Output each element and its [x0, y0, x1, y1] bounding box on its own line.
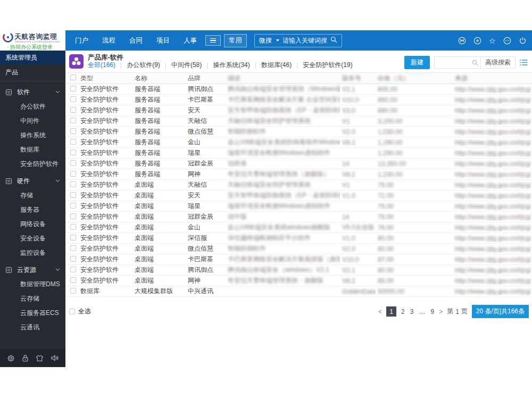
global-search-input[interactable]: 请输入关键词搜: [282, 36, 327, 45]
row-checkbox[interactable]: [70, 288, 76, 294]
shirt-icon[interactable]: [36, 355, 44, 362]
gear-icon[interactable]: [7, 354, 15, 362]
table-row[interactable]: 安全防护软件桌面端腾讯御点腾讯御点终端安全（windows）V2.1V2.180…: [65, 265, 532, 276]
row-checkbox[interactable]: [70, 96, 76, 102]
message-icon[interactable]: e: [473, 37, 481, 45]
row-checkbox[interactable]: [70, 128, 76, 134]
table-row[interactable]: 安全防护软件服务器端安天安天智甲终端防御系统（EP・桌面防病毒版）V3.0880…: [65, 105, 532, 116]
row-checkbox[interactable]: [70, 139, 76, 145]
table-row[interactable]: 安全防护软件桌面端深信服深信服终端检测响应平台软件V1.080.00http:/…: [65, 233, 532, 244]
sidebar-item[interactable]: 数据管理DMS: [0, 277, 65, 292]
sidebar-item[interactable]: 云服务器ECS: [0, 306, 65, 320]
nav-item[interactable]: 流程: [102, 36, 115, 45]
quick-access-tab[interactable]: 常用: [224, 34, 247, 47]
row-checkbox[interactable]: [70, 149, 76, 155]
category-tab[interactable]: 中间件(58): [171, 61, 202, 70]
page-size-badge[interactable]: 20 条/页|共166条: [472, 305, 529, 318]
filter-search-input[interactable]: [435, 57, 470, 68]
row-checkbox[interactable]: [70, 171, 76, 177]
sidebar-item[interactable]: 云通讯: [0, 320, 65, 335]
menu-grid-button[interactable]: [205, 35, 221, 46]
header-checkbox[interactable]: [70, 74, 76, 80]
row-checkbox[interactable]: [70, 256, 76, 262]
category-tab[interactable]: 办公软件(9): [127, 61, 160, 70]
next-page-button[interactable]: >: [439, 308, 443, 315]
row-checkbox[interactable]: [70, 192, 76, 198]
pagination-page[interactable]: 1: [386, 306, 396, 317]
table-row[interactable]: 安全防护软件桌面端瑞星瑞星环境安全检测Windows虚拟组件75.00http:…: [65, 201, 532, 212]
nav-item[interactable]: 门户: [75, 36, 88, 45]
row-checkbox[interactable]: [70, 118, 76, 123]
sidebar-item[interactable]: 存储: [0, 188, 65, 203]
m-app-icon[interactable]: [458, 37, 466, 45]
row-checkbox[interactable]: [70, 213, 76, 219]
filter-search-icon[interactable]: [470, 60, 480, 66]
pagination-page[interactable]: 2: [401, 308, 405, 315]
category-tab[interactable]: 操作系统(34): [213, 61, 250, 70]
table-row[interactable]: 安全防护软件桌面端金山金山V8终端安全系统windows旗舰版V6.0企业版76…: [65, 222, 532, 233]
select-all-control[interactable]: 全选: [69, 307, 91, 316]
search-icon[interactable]: [330, 36, 337, 45]
row-checkbox[interactable]: [70, 267, 76, 272]
sidebar-section[interactable]: 软件: [0, 85, 65, 99]
list-view-icon[interactable]: [520, 59, 528, 66]
category-tab[interactable]: 安全防护软件(19): [303, 61, 352, 70]
sidebar-item[interactable]: 数据库: [0, 143, 65, 157]
sidebar-item[interactable]: 安全防护软件: [0, 157, 65, 171]
table-row[interactable]: 安全防护软件服务器端天融信天融信终端安全防护管理系统V13,200.00http…: [65, 116, 532, 127]
row-checkbox[interactable]: [70, 181, 76, 187]
sidebar-item[interactable]: 云存储: [0, 292, 65, 306]
row-checkbox[interactable]: [70, 107, 76, 113]
row-checkbox[interactable]: [70, 245, 76, 251]
power-logout-icon[interactable]: [519, 37, 527, 45]
sidebar-item[interactable]: 监控设备: [0, 246, 65, 260]
favorites-star-icon[interactable]: ☆: [489, 37, 496, 45]
sidebar-item[interactable]: 安全设备: [0, 231, 65, 246]
table-row[interactable]: 安全防护软件服务器端腾讯御点腾讯御点终端安全管理系统（Windows版）V2.1…: [65, 84, 532, 95]
row-checkbox[interactable]: [70, 277, 76, 283]
new-button[interactable]: 新建: [404, 56, 430, 69]
table-row[interactable]: 安全防护软件服务器端金山金山V8终端安全系统防病毒组件Windows网络版V8.…: [65, 137, 532, 148]
nav-item[interactable]: 项目: [156, 36, 170, 45]
speaker-icon[interactable]: [51, 354, 59, 362]
sidebar-item[interactable]: 服务器: [0, 203, 65, 217]
more-options-icon[interactable]: [503, 37, 511, 45]
jump-page-input[interactable]: 1: [455, 308, 459, 315]
row-checkbox[interactable]: [70, 224, 76, 230]
pagination-page[interactable]: 9: [430, 308, 435, 315]
nav-item[interactable]: 合同: [129, 36, 143, 45]
lock-icon[interactable]: [22, 354, 29, 362]
category-tab[interactable]: 数据库(46): [261, 61, 292, 70]
table-row[interactable]: 安全防护软件桌面端卡巴斯基卡巴斯基网络安全解决方案高级版（典型・KS…V10.0…: [65, 254, 532, 265]
row-checkbox[interactable]: [70, 86, 76, 92]
search-scope-dropdown[interactable]: 微搜: [259, 36, 272, 45]
table-row[interactable]: 安全防护软件服务器端瑞星瑞星环境安全检测Windows虚拟组件1,290.00h…: [65, 148, 532, 159]
sidebar-section[interactable]: 云资源: [0, 262, 65, 277]
pagination-page[interactable]: 3: [410, 308, 414, 315]
sidebar-item[interactable]: 网络设备: [0, 217, 65, 231]
table-row[interactable]: 安全防护软件服务器端冠群金辰冠群盾1413,350.00http://www.z…: [65, 159, 532, 169]
table-row[interactable]: 安全防护软件桌面端微点佰慧智能防御软件V2.080.00http://www.z…: [65, 244, 532, 254]
nav-item[interactable]: 人事: [184, 36, 197, 45]
table-row[interactable]: 安全防护软件桌面端天融信天融信终端安全防护管理系统V175.00http://w…: [65, 180, 532, 190]
select-all-checkbox[interactable]: [69, 309, 75, 314]
table-row[interactable]: 安全防护软件服务器端微点佰慧智能防御软件V2.01,030.00http://w…: [65, 127, 532, 137]
prev-page-button[interactable]: <: [378, 308, 382, 315]
sidebar-item[interactable]: 操作系统: [0, 128, 65, 143]
row-checkbox[interactable]: [70, 160, 76, 166]
table-row[interactable]: 安全防护软件桌面端冠群金辰冠中版1475.00http://www.zjtg.g…: [65, 212, 532, 222]
table-row[interactable]: 安全防护软件服务器端网神奇安信天擎终端管理系统（旗舰版）V8.21,230.00…: [65, 169, 532, 180]
table-row[interactable]: 安全防护软件服务器端卡巴斯基卡巴斯基网络安全解决方案 企业空间安全 防病毒组件……: [65, 95, 532, 105]
table-row[interactable]: 数据库大规模集群版中兴通讯GoldenData s…50000.00http:/…: [65, 286, 532, 297]
advanced-search-button[interactable]: 高级搜索: [480, 57, 515, 68]
row-checkbox[interactable]: [70, 235, 76, 240]
category-tab[interactable]: 全部(166): [88, 61, 115, 70]
global-search[interactable]: 微搜 请输入关键词搜: [254, 34, 342, 47]
table-row[interactable]: 安全防护软件桌面端安天安天智甲终端防御系统（EP・桌面防病毒版）V1.072.0…: [65, 190, 532, 201]
row-checkbox[interactable]: [70, 203, 76, 209]
pagination-page[interactable]: …: [418, 308, 426, 315]
sidebar-section[interactable]: 硬件: [0, 173, 65, 188]
table-row[interactable]: 安全防护软件桌面端网神奇安信天擎终端管理系统・旗舰版V8.285.00http:…: [65, 276, 532, 286]
sidebar-item[interactable]: 办公软件: [0, 99, 65, 114]
sidebar-item[interactable]: 中间件: [0, 114, 65, 128]
